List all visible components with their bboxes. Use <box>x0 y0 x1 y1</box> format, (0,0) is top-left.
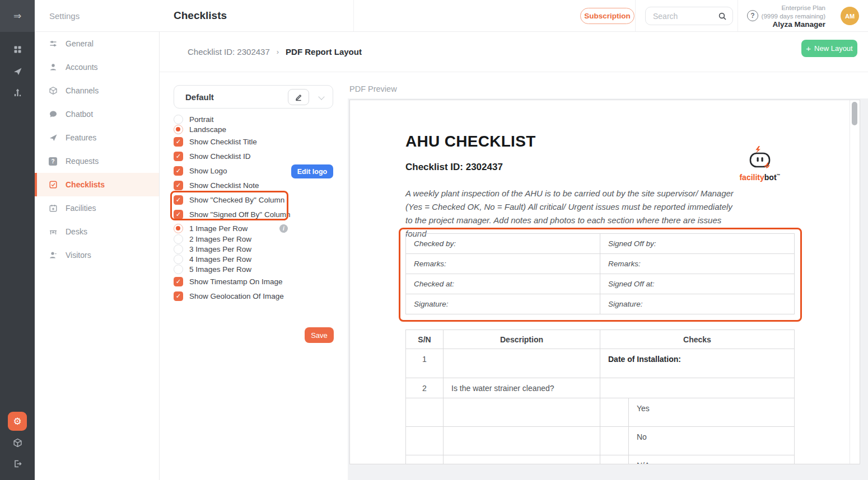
description-cell <box>444 455 600 465</box>
sidebar-item-label: Accounts <box>66 63 98 72</box>
checkbox-show-checklist-id[interactable]: Show Checklist ID <box>174 151 251 161</box>
radio-1-image-per-row[interactable]: 1 Image Per Row <box>174 223 248 233</box>
new-layout-label: New Layout <box>814 44 853 53</box>
cube-icon[interactable] <box>0 433 35 452</box>
plan-info: Enterprise Plan (9999 days remaining) Al… <box>762 4 825 29</box>
pdf-preview-panel: AHU CHECKLIST Checklist ID: 2302437 A we… <box>349 100 860 464</box>
paper-plane-icon[interactable] <box>0 62 35 81</box>
checkbox-checked-icon[interactable] <box>174 137 183 147</box>
layout-select-value: Default <box>185 92 214 102</box>
radio-label: 4 Images Per Row <box>189 255 251 263</box>
sidebar-item-label: Channels <box>66 86 99 95</box>
checkbox-checked-icon[interactable] <box>174 152 183 161</box>
checkbox-show-checked-by-column[interactable]: Show "Checked By" Column <box>174 195 284 205</box>
analytics-icon[interactable] <box>0 83 35 102</box>
table-row: N/A <box>406 455 795 465</box>
help-icon[interactable] <box>747 10 758 21</box>
chevron-right-icon: › <box>277 48 279 56</box>
table-row: No <box>406 427 795 455</box>
sidebar-item-channels[interactable]: Channels <box>35 79 159 102</box>
save-button[interactable]: Save <box>305 327 334 343</box>
radio-selected-icon[interactable] <box>174 224 183 233</box>
radio-3-images-per-row[interactable]: 3 Images Per Row <box>174 244 251 254</box>
table-row: Yes <box>406 398 795 427</box>
new-layout-button[interactable]: + New Layout <box>801 40 857 57</box>
radio-selected-icon[interactable] <box>174 125 183 134</box>
topbar-divider <box>738 0 738 31</box>
spacer-cell <box>600 398 629 427</box>
pdf-doc-title: AHU CHECKLIST <box>405 133 536 150</box>
user-icon <box>48 63 58 72</box>
facilitybot-robot-icon <box>743 146 777 172</box>
paper-plane-icon <box>48 133 58 143</box>
sidebar-item-desks[interactable]: Desks <box>35 220 159 243</box>
sidebar-expand-icon[interactable]: ⇒ <box>0 0 35 32</box>
checkbox-checked-icon[interactable] <box>174 291 183 301</box>
pdf-doc-checklist-id: Checklist ID: 2302437 <box>405 162 503 173</box>
topbar: Settings Checklists Subscription Enterpr… <box>35 0 868 32</box>
edit-logo-button[interactable]: Edit logo <box>291 164 333 178</box>
checkbox-checked-icon[interactable] <box>174 210 183 219</box>
radio-icon[interactable] <box>174 115 183 124</box>
search-box[interactable] <box>645 7 733 25</box>
logout-icon[interactable] <box>0 454 35 473</box>
radio-label: Landscape <box>189 125 226 134</box>
calendar-plus-icon <box>48 204 58 213</box>
radio-icon[interactable] <box>174 244 183 254</box>
checkbox-show-checklist-title[interactable]: Show Checklist Title <box>174 137 257 147</box>
radio-5-images-per-row[interactable]: 5 Images Per Row <box>174 264 251 274</box>
breadcrumb-checklist-id[interactable]: Checklist ID: 2302437 <box>188 47 270 57</box>
spacer-cell <box>600 427 629 455</box>
checkbox-checked-icon[interactable] <box>174 277 183 286</box>
sidebar-item-requests[interactable]: Requests <box>35 149 159 173</box>
radio-icon[interactable] <box>174 265 183 274</box>
sidebar-item-checklists[interactable]: Checklists <box>35 173 159 196</box>
radio-landscape[interactable]: Landscape <box>174 124 226 134</box>
radio-2-images-per-row[interactable]: 2 Images Per Row <box>174 234 251 244</box>
sidebar-item-facilities[interactable]: Facilities <box>35 196 159 220</box>
search-input[interactable] <box>653 12 718 21</box>
checkbox-show-timestamp-on-image[interactable]: Show Timestamp On Image <box>174 276 283 286</box>
preview-scrollbar[interactable] <box>850 100 860 464</box>
checkbox-show-logo[interactable]: Show Logo <box>174 166 227 176</box>
sidebar-item-general[interactable]: General <box>35 32 159 55</box>
facilitybot-wordmark: facilitybot™ <box>731 173 789 182</box>
chevron-down-icon[interactable] <box>318 93 324 100</box>
sidebar-item-features[interactable]: Features <box>35 126 159 149</box>
table-row: 1 Date of Installation: <box>406 349 795 378</box>
sidebar-item-accounts[interactable]: Accounts <box>35 55 159 79</box>
checkbox-label: Show Checklist Note <box>189 181 259 190</box>
checkbox-checked-icon[interactable] <box>174 166 183 176</box>
breadcrumb-current: PDF Report Layout <box>286 47 362 57</box>
radio-label: 3 Images Per Row <box>189 245 251 253</box>
radio-portrait[interactable]: Portrait <box>174 114 214 124</box>
sn-cell: 2 <box>406 378 444 398</box>
sidebar-item-chatbot[interactable]: Chatbot <box>35 102 159 126</box>
radio-4-images-per-row[interactable]: 4 Images Per Row <box>174 254 251 264</box>
sidebar-item-label: Facilities <box>66 204 96 213</box>
info-icon[interactable] <box>279 224 288 233</box>
checkbox-show-checklist-note[interactable]: Show Checklist Note <box>174 180 259 190</box>
scrollbar-thumb[interactable] <box>852 102 857 125</box>
signoff-cell: Signature: <box>406 294 600 314</box>
radio-label: 5 Images Per Row <box>189 265 251 274</box>
gear-icon[interactable]: ⚙ <box>8 412 27 431</box>
sidebar-item-label: General <box>66 39 94 48</box>
subscription-button[interactable]: Subscription <box>580 8 634 24</box>
checkbox-checked-icon[interactable] <box>174 181 183 190</box>
table-row: Remarks:Remarks: <box>406 254 795 274</box>
radio-icon[interactable] <box>174 234 183 244</box>
layout-select[interactable]: Default <box>174 85 333 109</box>
checkbox-show-signed-off-by-column[interactable]: Show "Signed Off By" Column <box>174 209 290 219</box>
header-divider <box>160 72 868 72</box>
dashboard-grid-icon[interactable] <box>0 40 35 59</box>
radio-icon[interactable] <box>174 255 183 264</box>
icon-rail: ⇒ ⚙ <box>0 0 35 480</box>
magnifier-icon[interactable] <box>718 12 727 21</box>
pencil-icon[interactable] <box>288 89 309 105</box>
avatar[interactable]: AM <box>841 7 859 25</box>
checkbox-show-geolocation-of-image[interactable]: Show Geolocation Of Image <box>174 291 284 301</box>
sidebar-item-visitors[interactable]: Visitors <box>35 243 159 267</box>
checkbox-checked-icon[interactable] <box>174 195 183 205</box>
column-header: Description <box>444 330 600 349</box>
